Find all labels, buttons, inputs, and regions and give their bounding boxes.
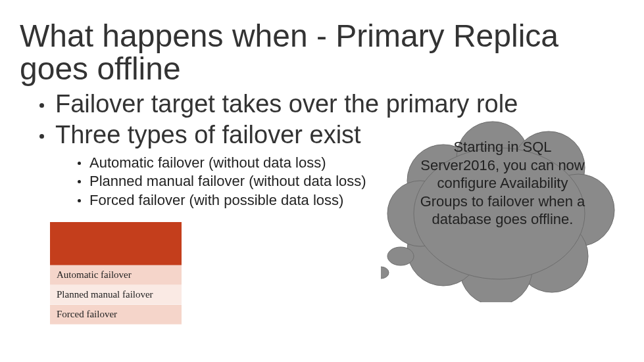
table-row: Automatic failover [50, 265, 182, 285]
table-header [50, 222, 182, 265]
failover-table: Automatic failover Planned manual failov… [50, 222, 182, 325]
table-row: Planned manual failover [50, 285, 182, 305]
thought-cloud: Starting in SQL Server2016, you can now … [381, 118, 618, 302]
slide-title: What happens when - Primary Replica goes… [20, 20, 624, 86]
cloud-text: Starting in SQL Server2016, you can now … [414, 138, 591, 229]
svg-point-10 [381, 267, 389, 279]
slide: What happens when - Primary Replica goes… [0, 0, 644, 362]
bullet-item: Failover target takes over the primary r… [39, 89, 624, 120]
table-row: Forced failover [50, 305, 182, 325]
svg-point-9 [387, 247, 414, 265]
